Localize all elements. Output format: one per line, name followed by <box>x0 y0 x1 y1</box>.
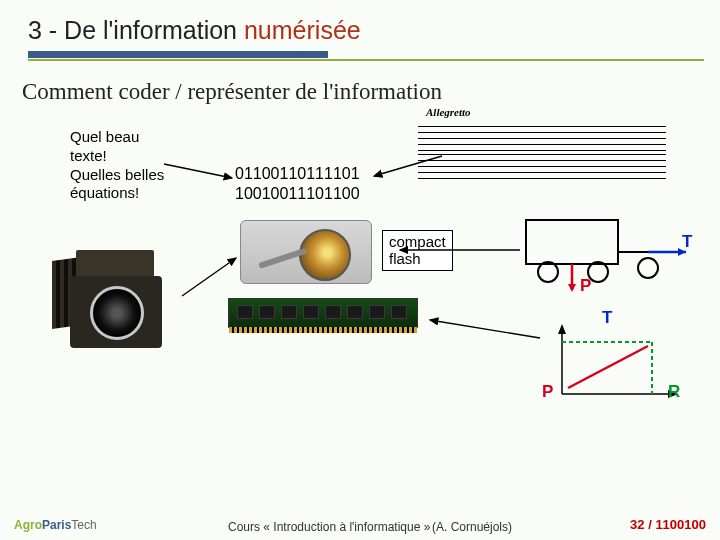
ram-chip <box>303 305 319 319</box>
staff-upper <box>418 126 666 152</box>
page-total: 1100100 <box>655 517 706 532</box>
page-current: 32 <box>630 517 644 532</box>
truck-svg <box>520 210 696 296</box>
thin-rule <box>28 59 704 61</box>
text-line-4: équations! <box>70 184 164 203</box>
title-prefix: 3 - De l'information <box>28 16 244 44</box>
cf-l1: compact <box>389 233 446 250</box>
course-title: Cours « Introduction à l'informatique » <box>228 520 430 534</box>
camera-top <box>76 250 154 278</box>
slide-subtitle: Comment coder / représenter de l'informa… <box>22 79 720 105</box>
graph-R: R <box>668 382 680 402</box>
svg-marker-11 <box>558 324 566 334</box>
hard-disk-icon <box>240 220 372 284</box>
page-counter: 32 / 1100100 <box>630 517 706 532</box>
music-score-icon: Allegretto <box>412 118 668 180</box>
ram-chip <box>281 305 297 319</box>
pt-graph-icon: T P R <box>540 316 690 412</box>
staff-lower <box>418 154 666 180</box>
page-sep: / <box>645 517 656 532</box>
logo-tech: Tech <box>71 518 96 532</box>
svg-line-17 <box>182 258 236 296</box>
title-underline <box>28 51 720 61</box>
tempo-marking: Allegretto <box>426 106 471 118</box>
svg-line-20 <box>430 320 540 338</box>
ram-chip <box>259 305 275 319</box>
svg-line-15 <box>568 346 648 388</box>
graph-P: P <box>542 382 553 402</box>
text-line-3: Quelles belles <box>70 166 164 185</box>
thick-rule <box>28 51 328 58</box>
svg-rect-0 <box>526 220 618 264</box>
graph-T: T <box>602 308 612 328</box>
binary-line-1: 01100110111101 <box>235 164 360 184</box>
svg-line-16 <box>164 164 232 178</box>
ram-chip <box>347 305 363 319</box>
truck-diagram-icon: T P <box>520 210 696 296</box>
camera-lens <box>90 286 144 340</box>
logo-paris: Paris <box>42 518 71 532</box>
slide-title: 3 - De l'information numérisée <box>28 16 720 45</box>
binary-line-2: 10010011101100 <box>235 184 360 204</box>
text-line-2: texte! <box>70 147 164 166</box>
binary-code: 01100110111101 10010011101100 <box>235 164 360 204</box>
label-T: T <box>682 232 692 252</box>
svg-marker-8 <box>568 284 576 292</box>
vintage-camera-icon <box>46 222 188 372</box>
cf-l2: flash <box>389 250 446 267</box>
title-accent: numérisée <box>244 16 361 44</box>
ram-chip <box>391 305 407 319</box>
compact-flash-label: compact flash <box>382 230 453 271</box>
diagram-canvas: Quel beau texte! Quelles belles équation… <box>0 120 720 480</box>
ram-chip <box>237 305 253 319</box>
ram-chip <box>325 305 341 319</box>
svg-point-4 <box>638 258 658 278</box>
slide-header: 3 - De l'information numérisée <box>0 0 720 61</box>
label-P: P <box>580 276 591 296</box>
ram-chip <box>369 305 385 319</box>
slide-footer: AgroParisTech Cours « Introduction à l'i… <box>0 514 720 534</box>
logo-agroparistech: AgroParisTech <box>14 518 97 532</box>
text-example: Quel beau texte! Quelles belles équation… <box>70 128 164 203</box>
logo-agro: Agro <box>14 518 42 532</box>
ram-pins <box>229 327 417 333</box>
ram-stick-icon <box>228 298 418 328</box>
author-name: (A. Cornuéjols) <box>432 520 512 534</box>
text-line-1: Quel beau <box>70 128 164 147</box>
